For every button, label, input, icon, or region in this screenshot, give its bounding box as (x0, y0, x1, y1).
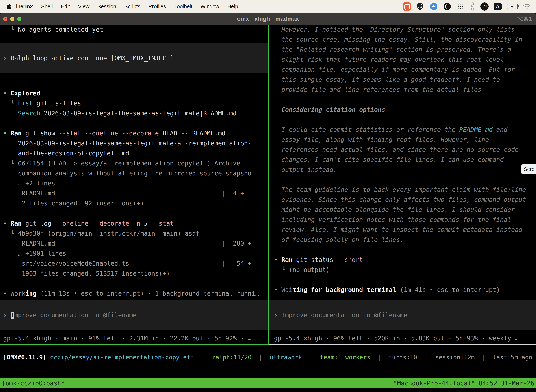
terminal-line: Considering citation options (274, 105, 536, 115)
window-shortcut-badge: ⌥⌘1 (517, 16, 532, 22)
iterm-window: omx --xhigh --madmax ⌥⌘1 └ No agents com… (0, 13, 536, 392)
terminal-line (3, 209, 268, 219)
terminal-line: of focusing solely on file lines. (274, 235, 536, 245)
shield-grid-icon[interactable] (416, 2, 424, 11)
tmux-status-bar: [omx-cczip0:bash* "MacBook-Pro-44.local"… (0, 378, 536, 388)
terminal-line: › Improve documentation in @filename (3, 310, 137, 320)
model-status-left: gpt-5.4 xhigh · main · 91% left · 2.31M … (3, 333, 268, 343)
terminal-line: the "Related research writing" section i… (274, 45, 536, 55)
tmux-session-label: [omx-cczip0:bash* (2, 380, 65, 387)
terminal-line: 1903 files changed, 513517 insertions(+) (3, 269, 268, 279)
dark-mode-icon[interactable] (443, 2, 451, 10)
terminal-line: companion analysis without altering the … (3, 168, 268, 178)
tmux-host-clock: "MacBook-Pro-44.local" 04:52 31-Mar-26 (393, 380, 534, 387)
input-source-label: A (496, 4, 499, 9)
badge-61-icon[interactable]: ..61 (480, 2, 488, 10)
sync-badge-icon[interactable] (429, 2, 438, 11)
terminal-line: However, I noticed the "Directory Struct… (274, 25, 536, 35)
menu-item-help[interactable]: Help (223, 4, 242, 9)
terminal-line: including verification notes with those … (274, 215, 536, 225)
terminal-line (274, 95, 536, 105)
omx-status-bar: [OMX#0.11.9] cczip/essay/ai-reimplementa… (0, 345, 536, 378)
terminal-line: › Improve documentation in @filename (274, 310, 407, 320)
terminal-line: might be acceptable alongside the file l… (274, 205, 536, 215)
input-source-icon[interactable]: A (494, 3, 502, 10)
chat-app-icon[interactable] (403, 2, 411, 10)
screenshot-notification[interactable]: Scre (521, 164, 536, 174)
terminal-line (274, 175, 536, 185)
terminal-line: I could cite commit statistics or refere… (274, 125, 536, 135)
apple-menu-icon[interactable] (7, 3, 12, 10)
chat-bubble-tail (405, 9, 406, 10)
menu-item-scripts[interactable]: Scripts (120, 4, 144, 9)
prompt-input-right[interactable]: › Improve documentation in @filename (269, 300, 536, 330)
terminal-line: [OMX#0.11.9] cczip/essay/ai-reimplementa… (3, 352, 536, 362)
menu-bar: iTerm2ShellEditViewSessionScriptsProfile… (0, 0, 536, 13)
menu-item-iterm2[interactable]: iTerm2 (12, 4, 37, 9)
pane-left[interactable]: └ No agents completed yet › Ralph loop a… (0, 25, 268, 344)
terminal-line: slight risk that future readers may over… (274, 55, 536, 65)
pane-right-body: However, I noticed the "Directory Struct… (274, 25, 536, 295)
minimize-button[interactable] (10, 17, 14, 21)
terminal-line: • Ran git show --stat --oneline --decora… (3, 128, 268, 138)
terminal-line: • Ran git log --oneline --decorate -n 5 … (3, 219, 268, 229)
terminal-line: README.md | 280 + (3, 238, 268, 248)
menu-item-toolbelt[interactable]: Toolbelt (170, 4, 196, 9)
terminal-line: provide file and line references from th… (274, 85, 536, 95)
pane-row: └ No agents completed yet › Ralph loop a… (0, 25, 536, 344)
menu-item-window[interactable]: Window (196, 4, 223, 9)
window-title-bar[interactable]: omx --xhigh --madmax ⌥⌘1 (0, 13, 536, 25)
terminal-line: changes, I can't cite specific file line… (274, 155, 536, 165)
terminal-line: README.md | 4 + (3, 188, 268, 198)
ralph-loop-banner: › Ralph loop active continue [OMX_TMUX_I… (0, 43, 268, 73)
terminal-line: └ (no output) (274, 265, 536, 275)
terminal-line: review. Also, I might want to inspect th… (274, 225, 536, 235)
wifi-icon[interactable] (523, 4, 531, 9)
terminal-line (274, 245, 536, 255)
menu-items: iTerm2ShellEditViewSessionScriptsProfile… (12, 4, 242, 9)
window-title: omx --xhigh --madmax (237, 15, 299, 22)
prompt-input-left[interactable]: › Improve documentation in @filename (0, 300, 268, 330)
battery-icon[interactable] (507, 4, 518, 9)
terminal-line: • Working (11m 13s • esc to interrupt) ·… (3, 289, 268, 299)
terminal-area: └ No agents completed yet › Ralph loop a… (0, 25, 536, 392)
terminal-line: … +1901 lines (3, 248, 268, 258)
terminal-line: └ List git ls-files (3, 98, 268, 108)
terminal-line (274, 115, 536, 125)
terminal-line (3, 279, 268, 289)
terminal-line: • Explored (3, 88, 268, 98)
pane-left-top-lines: └ No agents completed yet (3, 25, 268, 35)
terminal-line: • Waiting for background terminal (1m 41… (274, 285, 536, 295)
close-button[interactable] (3, 17, 7, 21)
terminal-line: src/voice/voiceModeEnabled.ts | 54 + (3, 258, 268, 269)
terminal-line: and-the-erosion-of-copyleft.md (3, 148, 268, 159)
terminal-line: references need actual files, and since … (274, 145, 536, 155)
menu-item-edit[interactable]: Edit (57, 4, 74, 9)
terminal-line: the source tree, missing the essay. Stil… (274, 35, 536, 45)
terminal-line (274, 275, 536, 285)
menu-item-session[interactable]: Session (93, 4, 120, 9)
terminal-line: › Ralph loop active continue [OMX_TMUX_I… (3, 53, 174, 63)
terminal-line: essay file, along with finding root file… (274, 135, 536, 145)
menubar-status-icons: ..61 A (403, 2, 536, 11)
terminal-line: companion file, especially if more comme… (274, 65, 536, 75)
menu-item-profiles[interactable]: Profiles (144, 4, 170, 9)
terminal-line: … +2 lines (3, 178, 268, 188)
terminal-line: • Ran git status --short (274, 255, 536, 265)
terminal-line: └ 4b9d30f (origin/main, instructkr/main,… (3, 229, 268, 238)
model-status-right: gpt-5.4 xhigh · 96% left · 520K in · 5.8… (274, 333, 536, 343)
terminal-line: 2026-03-09-is-legal-the-same-as-legitima… (3, 138, 268, 148)
bottom-strip (0, 388, 536, 392)
menu-item-shell[interactable]: Shell (37, 4, 57, 9)
terminal-line: evidence. Since this change only affects… (274, 195, 536, 205)
badge-61-label: ..61 (482, 5, 487, 8)
screenshot-notification-text: Scre (524, 166, 535, 172)
menu-item-view[interactable]: View (74, 4, 93, 9)
dots-grid-icon[interactable] (456, 2, 464, 10)
hook-icon[interactable] (470, 2, 475, 11)
pane-right[interactable]: However, I noticed the "Directory Struct… (269, 25, 536, 344)
terminal-line: this single essay, it seems like a good … (274, 75, 536, 85)
terminal-line (3, 118, 268, 128)
terminal-line: The team guideline is to back every impo… (274, 185, 536, 195)
zoom-button[interactable] (17, 17, 21, 21)
